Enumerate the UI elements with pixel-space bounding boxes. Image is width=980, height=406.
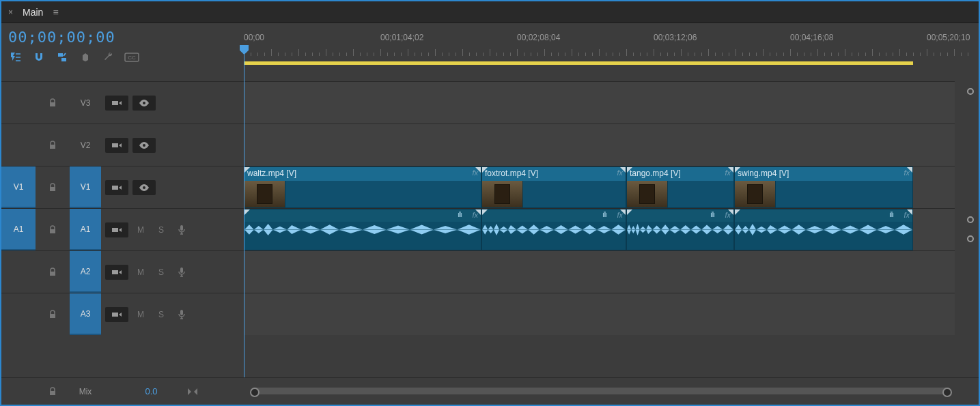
track-target-a2[interactable]: A2 <box>70 251 101 293</box>
timeline-panel: × Main ≡ 00;00;00;00 <box>0 0 980 406</box>
svg-rect-3 <box>112 101 118 105</box>
track-visibility-toggle[interactable] <box>132 180 156 195</box>
video-lane-v2[interactable] <box>244 124 955 166</box>
settings-wrench-icon[interactable] <box>101 50 116 65</box>
mix-track-name[interactable]: Mix <box>70 378 101 405</box>
track-visibility-toggle[interactable] <box>132 138 156 153</box>
header-left: 00;00;00;00 CC <box>1 23 244 81</box>
audio-track-header-a1: A1A1MS <box>1 208 244 250</box>
video-track-header-v2: V2 <box>1 124 244 166</box>
track-visibility-toggle[interactable] <box>132 96 156 111</box>
svg-rect-11 <box>50 229 55 233</box>
svg-rect-16 <box>180 267 183 273</box>
voiceover-record-toggle[interactable] <box>173 307 190 322</box>
source-patch-V1[interactable]: V1 <box>1 166 36 208</box>
voiceover-record-toggle[interactable] <box>173 265 190 280</box>
track-target-v3[interactable]: V3 <box>70 82 101 124</box>
panel-menu-button[interactable]: ≡ <box>50 7 61 18</box>
track-lock-toggle[interactable] <box>36 251 70 293</box>
mute-toggle[interactable]: M <box>132 265 149 280</box>
svg-rect-5 <box>50 145 55 149</box>
clip-thumbnail <box>627 181 668 207</box>
video-track-header-v1: V1V1 <box>1 166 244 208</box>
audio-lane-a2[interactable] <box>244 250 955 293</box>
track-lock-toggle[interactable] <box>36 82 70 124</box>
track-target-v1[interactable]: V1 <box>70 166 101 208</box>
playhead-line[interactable] <box>244 81 244 377</box>
closed-caption-icon[interactable]: CC <box>124 50 139 65</box>
fx-badge-icon: fx <box>617 211 623 219</box>
fx-badge-icon: fx <box>725 211 731 219</box>
track-lock-toggle[interactable] <box>36 166 70 208</box>
markers-icon[interactable] <box>78 50 93 65</box>
tab-bar: × Main ≡ <box>1 1 979 23</box>
snap-magnet-icon[interactable] <box>31 50 46 65</box>
horizontal-zoom-scrollbar[interactable] <box>251 388 951 394</box>
clip-label: tango.mp4 [V] <box>630 169 681 178</box>
audio-clip[interactable]: ıllıfx <box>626 209 734 250</box>
video-lane-v3[interactable] <box>244 81 955 124</box>
horizontal-zoom-thumb[interactable] <box>251 388 951 394</box>
source-patch-none[interactable] <box>1 82 36 124</box>
video-clip[interactable]: foxtrot.mp4 [V]fx <box>481 166 626 208</box>
audio-lane-a3[interactable] <box>244 293 955 335</box>
video-clip[interactable]: swing.mp4 [V]fx <box>734 166 913 208</box>
mix-source-slot <box>1 378 36 405</box>
linked-selection-icon[interactable] <box>55 50 70 65</box>
source-patch-none[interactable] <box>1 251 36 293</box>
video-clip[interactable]: waltz.mp4 [V]fx <box>244 166 481 208</box>
voiceover-record-toggle[interactable] <box>173 222 190 237</box>
tab-sequence-name[interactable]: Main <box>20 7 46 18</box>
source-patch-none[interactable] <box>1 293 36 335</box>
mute-toggle[interactable]: M <box>132 307 149 322</box>
track-divider-handle[interactable] <box>966 216 975 223</box>
audio-clip[interactable]: ıllıfx <box>481 209 626 250</box>
insert-overwrite-toggle[interactable] <box>105 96 128 111</box>
video-clip[interactable]: tango.mp4 [V]fx <box>626 166 734 208</box>
solo-toggle[interactable]: S <box>153 265 169 280</box>
svg-rect-14 <box>50 272 55 276</box>
track-content-column: waltz.mp4 [V]fxfoxtrot.mp4 [V]fxtango.mp… <box>244 81 979 377</box>
audio-clip[interactable]: ıllıfx <box>244 209 481 250</box>
audio-track-header-a3: A3MS <box>1 293 244 335</box>
track-target-a1[interactable]: A1 <box>70 209 101 250</box>
playhead-timecode[interactable]: 00;00;00;00 <box>8 29 237 46</box>
nest-sequence-icon[interactable] <box>8 50 23 65</box>
svg-rect-20 <box>50 391 55 395</box>
vertical-scroll-video[interactable] <box>966 88 975 95</box>
ruler-time-label: 00;05;20;10 <box>927 33 970 42</box>
audio-clip[interactable]: ıllıfx <box>734 209 913 250</box>
solo-toggle[interactable]: S <box>153 307 169 322</box>
insert-overwrite-toggle[interactable] <box>105 222 128 237</box>
audio-lane-a1[interactable]: ıllıfxıllıfxıllıfxıllıfx <box>244 208 955 250</box>
mix-level-db[interactable]: 0.0 <box>145 386 157 396</box>
work-area-bar[interactable] <box>244 61 913 65</box>
track-lock-toggle[interactable] <box>36 124 70 166</box>
svg-rect-19 <box>180 310 183 315</box>
time-ruler-area[interactable]: 00;0000;01;04;0200;02;08;0400;03;12;0600… <box>244 23 979 81</box>
insert-overwrite-toggle[interactable] <box>105 138 128 153</box>
svg-rect-15 <box>112 270 118 274</box>
playhead-ruler[interactable] <box>244 45 244 81</box>
vertical-scroll-audio[interactable] <box>966 235 975 242</box>
track-lock-toggle[interactable] <box>36 293 70 335</box>
insert-overwrite-toggle[interactable] <box>105 180 128 195</box>
mute-toggle[interactable]: M <box>132 222 149 237</box>
svg-text:CC: CC <box>128 55 136 61</box>
close-tab-button[interactable]: × <box>5 8 16 17</box>
source-patch-A1[interactable]: A1 <box>1 209 36 250</box>
solo-toggle[interactable]: S <box>153 222 169 237</box>
track-lock-toggle[interactable] <box>36 209 70 250</box>
fx-badge-icon: fx <box>617 169 623 177</box>
svg-rect-2 <box>50 102 55 106</box>
track-target-a3[interactable]: A3 <box>70 293 101 335</box>
source-patch-none[interactable] <box>1 124 36 166</box>
video-lane-v1[interactable]: waltz.mp4 [V]fxfoxtrot.mp4 [V]fxtango.mp… <box>244 166 955 208</box>
mix-pan-icon[interactable] <box>185 384 200 399</box>
footer-right <box>244 377 979 405</box>
insert-overwrite-toggle[interactable] <box>105 307 128 322</box>
insert-overwrite-toggle[interactable] <box>105 265 128 280</box>
mix-lock[interactable] <box>36 378 70 405</box>
track-target-v2[interactable]: V2 <box>70 124 101 166</box>
clip-label: foxtrot.mp4 [V] <box>485 169 538 178</box>
